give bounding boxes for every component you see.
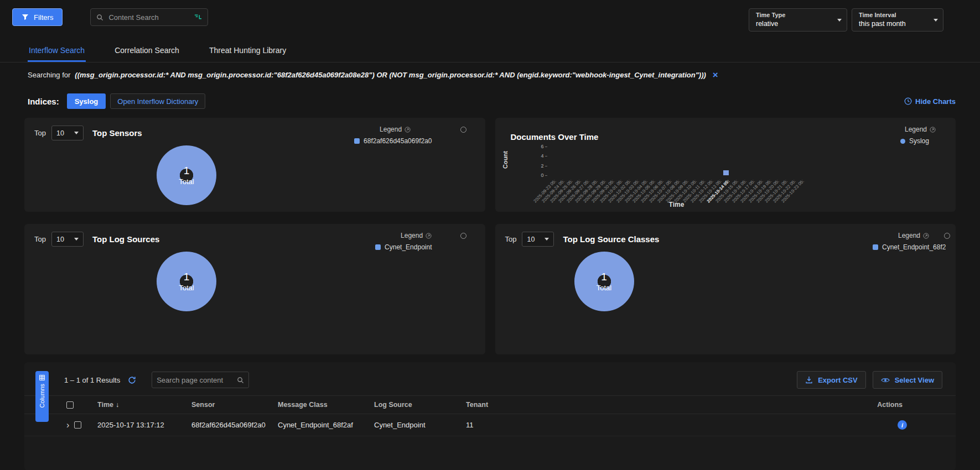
- interflow-logo-icon: [194, 14, 202, 20]
- donut-total-value: 1: [184, 165, 190, 177]
- doc-count-bar[interactable]: [723, 170, 729, 175]
- chevron-down-icon: [74, 132, 79, 134]
- legend-header[interactable]: Legend: [905, 126, 936, 133]
- top-bar: Filters Time Type relative Time Interval…: [0, 0, 980, 32]
- eye-icon: [881, 377, 890, 383]
- filters-button[interactable]: Filters: [12, 8, 63, 26]
- donut-total-value: 1: [601, 271, 607, 283]
- chart-options-radio[interactable]: [944, 233, 950, 239]
- select-all-checkbox[interactable]: [66, 401, 74, 409]
- content-search-input[interactable]: [108, 13, 189, 22]
- clear-query-icon[interactable]: ×: [713, 70, 718, 80]
- legend-label: Legend: [898, 232, 920, 239]
- legend-header[interactable]: Legend: [380, 126, 432, 133]
- column-header-tenant[interactable]: Tenant: [466, 401, 532, 409]
- results-panel: Columns 1 – 1 of 1 Results Export CSV Se…: [24, 362, 956, 470]
- legend-label: Legend: [905, 126, 927, 133]
- legend-expand-icon: [426, 233, 432, 239]
- x-axis-label: Time: [553, 201, 801, 208]
- table-header-row: Time↓ Sensor Message Class Log Source Te…: [24, 395, 956, 414]
- refresh-icon[interactable]: [128, 376, 136, 384]
- search-summary: Searching for ((msg_origin.processor.id:…: [0, 62, 980, 80]
- open-interflow-dictionary-button[interactable]: Open Interflow Dictionary: [110, 93, 205, 109]
- results-toolbar: 1 – 1 of 1 Results Export CSV Select Vie…: [24, 371, 956, 389]
- top-label: Top: [34, 235, 46, 243]
- export-csv-label: Export CSV: [818, 376, 858, 384]
- donut-center: 1 Total: [157, 145, 216, 205]
- tab-correlation-search[interactable]: Correlation Search: [113, 43, 180, 62]
- legend-label: Legend: [380, 126, 402, 133]
- top-log-sources-count-value: 10: [56, 236, 64, 243]
- card-title: Documents Over Time: [511, 132, 946, 142]
- legend-item-label: 68f2af626d45a069f2a0: [364, 137, 432, 145]
- donut-total-value: 1: [184, 271, 190, 283]
- column-header-message-class[interactable]: Message Class: [278, 401, 374, 409]
- tab-bar: Interflow Search Correlation Search Thre…: [0, 43, 980, 62]
- export-csv-button[interactable]: Export CSV: [797, 371, 866, 389]
- card-top-log-sources: Top 10 Top Log Sources Legend Cynet_Endp…: [24, 224, 485, 354]
- legend-item[interactable]: Syslog: [900, 137, 936, 145]
- legend-item[interactable]: 68f2af626d45a069f2a0: [354, 137, 432, 145]
- legend-swatch-icon: [354, 138, 360, 144]
- chart-options-radio[interactable]: [460, 127, 466, 133]
- time-type-select[interactable]: Time Type relative: [749, 8, 847, 32]
- info-icon[interactable]: i: [898, 420, 907, 430]
- y-tick: 6: [541, 144, 543, 149]
- legend-swatch-icon: [375, 244, 381, 250]
- column-header-sensor[interactable]: Sensor: [191, 401, 278, 409]
- top-sensors-count-value: 10: [56, 129, 64, 137]
- columns-grid-icon: [39, 375, 45, 380]
- legend-item[interactable]: Cynet_Endpoint: [375, 243, 432, 251]
- legend: Legend 68f2af626d45a069f2a0: [354, 126, 432, 145]
- y-axis-label: Count: [502, 143, 509, 176]
- search-icon: [237, 377, 244, 384]
- legend: Legend Syslog: [900, 126, 936, 145]
- legend-swatch-icon: [900, 139, 905, 144]
- syslog-index-button[interactable]: Syslog: [67, 93, 106, 109]
- column-header-log-source[interactable]: Log Source: [374, 401, 466, 409]
- hide-charts-link[interactable]: Hide Charts: [904, 97, 956, 106]
- legend-header[interactable]: Legend: [898, 232, 946, 239]
- query-text: ((msg_origin.processor.id:* AND msg_orig…: [75, 71, 706, 79]
- tab-interflow-search[interactable]: Interflow Search: [28, 43, 86, 62]
- legend-item-label: Cynet_Endpoint: [385, 243, 432, 251]
- column-header-time[interactable]: Time↓: [97, 401, 191, 409]
- page-content-search[interactable]: [152, 372, 249, 388]
- time-interval-value: this past month: [859, 20, 930, 28]
- donut-center: 1 Total: [574, 252, 634, 311]
- select-view-button[interactable]: Select View: [873, 371, 942, 389]
- row-checkbox[interactable]: [74, 421, 81, 429]
- top-sensors-donut-chart[interactable]: 1 Total: [157, 145, 216, 205]
- cell-log-source: Cynet_Endpoint: [374, 421, 466, 429]
- time-interval-select[interactable]: Time Interval this past month: [852, 8, 943, 32]
- select-view-label: Select View: [895, 376, 934, 384]
- cell-actions: i: [532, 420, 956, 430]
- top-log-sources-donut-chart[interactable]: 1 Total: [157, 252, 216, 311]
- top-log-source-classes-donut-chart[interactable]: 1 Total: [574, 252, 634, 311]
- docs-plot: [553, 147, 801, 175]
- top-log-sources-count-select[interactable]: 10: [51, 232, 84, 247]
- y-tick: 0: [541, 173, 543, 178]
- top-log-source-classes-count-select[interactable]: 10: [522, 232, 554, 247]
- chart-options-radio[interactable]: [460, 233, 466, 239]
- cell-message-class: Cynet_Endpoint_68f2af: [278, 421, 374, 429]
- app-root: Filters Time Type relative Time Interval…: [0, 0, 980, 470]
- legend-header[interactable]: Legend: [401, 232, 432, 239]
- top-sensors-count-select[interactable]: 10: [51, 126, 84, 140]
- y-tick: 4: [541, 153, 543, 159]
- chevron-down-icon: [934, 19, 938, 22]
- sort-desc-icon: ↓: [116, 401, 119, 409]
- tab-threat-hunting-library[interactable]: Threat Hunting Library: [208, 43, 287, 62]
- page-content-search-input[interactable]: [157, 376, 234, 384]
- chevron-down-icon: [545, 238, 549, 241]
- donut-center: 1 Total: [157, 252, 216, 311]
- content-search[interactable]: [90, 8, 208, 26]
- columns-button[interactable]: Columns: [35, 371, 49, 422]
- card-title: Top Sensors: [92, 128, 142, 138]
- filters-label: Filters: [34, 13, 53, 22]
- columns-label: Columns: [39, 384, 45, 408]
- top-label: Top: [505, 235, 517, 243]
- row-expand-icon[interactable]: ›: [66, 421, 69, 430]
- time-interval-label: Time Interval: [859, 12, 930, 18]
- legend-item[interactable]: Cynet_Endpoint_68f2af: [873, 243, 946, 251]
